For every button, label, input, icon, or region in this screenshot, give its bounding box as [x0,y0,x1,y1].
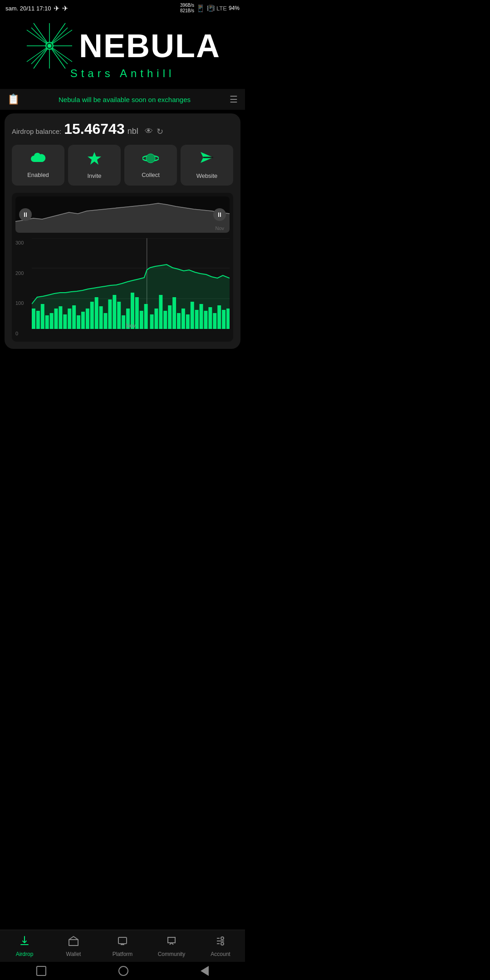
eye-icon[interactable]: 👁 [145,127,153,137]
chart-right-btn[interactable]: ⏸ [213,208,226,221]
svg-rect-66 [222,310,225,329]
logo-container: NEBULA [24,21,220,71]
enabled-label: Enabled [27,172,49,178]
chart-y-labels: 300 200 100 0 [15,238,24,338]
svg-rect-64 [213,313,216,329]
svg-rect-47 [135,297,139,329]
svg-rect-48 [140,311,143,329]
mini-chart-month: Nov [215,225,224,231]
network-speed: 396B/s 821B/s [180,3,194,14]
datetime-label: sam. 20/11 17:10 [5,5,51,12]
invite-button[interactable]: Invite [68,145,121,186]
mini-chart-controls: ⏸ ⏸ [15,208,230,221]
status-left: sam. 20/11 17:10 ✈ ✈ [5,4,68,13]
telegram-icon-1: ✈ [54,4,59,13]
enabled-button[interactable]: Enabled [12,145,64,186]
svg-rect-61 [200,304,203,329]
svg-rect-59 [191,302,194,329]
collect-button[interactable]: Collect [124,145,177,186]
svg-rect-29 [54,309,58,329]
svg-rect-57 [181,309,185,329]
charts-area: ⏸ ⏸ Nov 300 200 100 0 [12,193,233,342]
svg-rect-55 [172,297,176,329]
svg-rect-60 [195,310,199,329]
cloud-icon [30,152,46,168]
svg-rect-53 [163,311,167,329]
svg-rect-35 [81,312,85,329]
website-label: Website [196,172,218,179]
chart-svg-area: Nov [32,238,230,329]
svg-point-9 [48,44,51,48]
battery-label: 94% [229,5,240,11]
svg-rect-32 [68,309,71,329]
svg-rect-24 [32,309,35,329]
planet-icon [142,152,159,168]
svg-marker-10 [88,152,101,165]
website-button[interactable]: Website [181,145,233,186]
balance-value: 15.46743 [64,121,124,137]
vibrate-icon: 📳 [207,5,215,12]
svg-rect-54 [168,305,172,329]
svg-rect-37 [90,302,94,329]
balance-unit: nbl [127,127,138,136]
svg-rect-25 [36,311,40,329]
svg-rect-38 [95,297,98,329]
menu-icon[interactable]: ☰ [230,94,238,105]
svg-rect-49 [144,304,148,329]
svg-rect-67 [226,309,230,329]
svg-rect-28 [50,313,54,329]
svg-rect-51 [155,309,158,329]
svg-rect-30 [59,306,62,329]
phone-icon: 📱 [196,4,205,13]
mini-chart: ⏸ ⏸ Nov [15,196,230,233]
svg-rect-27 [45,315,49,329]
svg-rect-36 [86,309,89,329]
svg-rect-31 [63,314,67,329]
ticker-bar: 📋 Nebula will be available soon on excha… [0,89,245,110]
main-chart: 300 200 100 0 [15,238,230,338]
svg-rect-43 [117,302,121,329]
main-card: Airdrop balance: 15.46743 nbl 👁 ↻ Enable… [5,113,240,349]
svg-rect-50 [150,314,154,329]
svg-rect-40 [104,313,108,329]
svg-rect-56 [177,313,181,329]
action-buttons: Enabled Invite [12,145,233,186]
chart-x-label: Nov [126,323,135,329]
svg-rect-65 [217,305,221,329]
svg-rect-58 [186,314,190,329]
svg-rect-34 [77,315,80,329]
telegram-icon-2: ✈ [62,4,68,13]
refresh-icon[interactable]: ↻ [157,127,163,137]
svg-rect-63 [208,307,212,329]
balance-label: Airdrop balance: [12,127,61,135]
svg-rect-41 [108,299,112,329]
send-icon [200,151,214,169]
svg-rect-52 [159,295,162,329]
app-subtitle: Stars Anthill [70,67,175,80]
chart-left-btn[interactable]: ⏸ [19,208,32,221]
logo-area: NEBULA Stars Anthill [0,16,245,89]
balance-row: Airdrop balance: 15.46743 nbl 👁 ↻ [12,121,233,137]
star-icon [87,151,102,169]
ticker-text: Nebula will be available soon on exchang… [20,96,230,103]
svg-rect-62 [204,311,208,329]
signal-icon: LTE [216,5,227,12]
svg-rect-33 [72,305,76,329]
svg-rect-39 [99,306,103,329]
status-bar: sam. 20/11 17:10 ✈ ✈ 396B/s 821B/s 📱 📳 L… [0,0,245,16]
app-title: NEBULA [79,29,220,62]
nebula-star-icon [24,21,74,71]
status-right: 396B/s 821B/s 📱 📳 LTE 94% [180,3,240,14]
news-icon: 📋 [7,93,20,105]
invite-label: Invite [87,172,101,179]
svg-rect-42 [113,295,116,329]
balance-icons: 👁 ↻ [145,127,163,137]
svg-rect-26 [41,304,44,329]
collect-label: Collect [142,172,160,178]
svg-rect-44 [122,315,125,329]
